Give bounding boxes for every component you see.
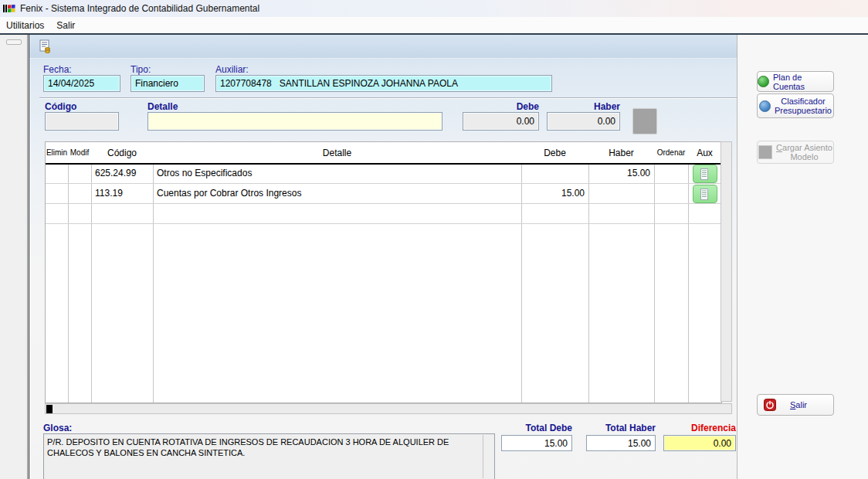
row-detalle: Otros no Especificados <box>153 163 521 183</box>
salir-button[interactable]: Salir <box>757 394 834 416</box>
green-sphere-icon <box>758 76 769 87</box>
row-haber <box>588 183 654 203</box>
haber-value: 0.00 <box>598 116 615 127</box>
codigo-label: Código <box>45 101 76 112</box>
diferencia-field: 0.00 <box>663 435 736 451</box>
clasificador-label-line2: Presupuestario <box>775 106 832 115</box>
debe-label: Debe <box>463 101 539 112</box>
separator-line <box>39 97 737 99</box>
plan-de-cuentas-button[interactable]: Plan de Cuentas <box>757 71 834 92</box>
row-codigo: 625.24.99 <box>91 163 153 183</box>
menu-salir[interactable]: Salir <box>50 19 81 32</box>
power-icon <box>764 399 776 411</box>
row-codigo: 113.19 <box>91 183 153 203</box>
row-divider <box>46 223 721 224</box>
plan-de-cuentas-label: Plan de Cuentas <box>773 73 833 91</box>
tipo-value: Financiero <box>135 78 178 89</box>
header-aux[interactable]: Aux <box>688 142 721 163</box>
add-row-button[interactable] <box>632 108 657 134</box>
table-horizontal-scrollbar[interactable] <box>45 403 732 414</box>
header-haber[interactable]: Haber <box>588 142 654 163</box>
glosa-label: Glosa: <box>43 423 72 433</box>
notepad-icon <box>700 189 710 200</box>
debe-value: 0.00 <box>517 116 534 127</box>
gray-square-icon <box>758 145 772 159</box>
diferencia-label: Diferencia <box>663 423 736 433</box>
left-panel-strip <box>0 35 28 479</box>
cargar-label-line2: Modelo <box>790 152 818 161</box>
glosa-input[interactable]: P/R. DEPOSITO EN CUENTA ROTATIVA DE INGR… <box>43 433 495 479</box>
header-detalle[interactable]: Detalle <box>153 142 521 163</box>
total-debe-label: Total Debe <box>501 423 572 433</box>
column-divider <box>68 142 69 403</box>
fecha-value: 14/04/2025 <box>48 78 94 89</box>
application-window: Fenix - Sistema Integrado de Contabilida… <box>0 0 868 479</box>
total-debe-value: 15.00 <box>544 438 568 449</box>
row-debe: 15.00 <box>521 183 588 203</box>
splitter-handle[interactable] <box>6 39 22 45</box>
glosa-scrollbar[interactable] <box>483 435 493 478</box>
detalle-label: Detalle <box>147 101 178 112</box>
glosa-value: P/R. DEPOSITO EN CUENTA ROTATIVA DE INGR… <box>47 437 449 457</box>
table-vertical-scrollbar[interactable] <box>721 141 732 402</box>
main-content: Fecha: 14/04/2025 Tipo: Financiero Auxil… <box>29 35 868 479</box>
scrollbar-thumb[interactable] <box>46 405 53 413</box>
auxiliar-label: Auxiliar: <box>215 64 249 75</box>
total-haber-field: 15.00 <box>586 435 656 451</box>
column-divider <box>688 142 689 403</box>
cargar-accel: C <box>776 143 782 152</box>
debe-input[interactable]: 0.00 <box>463 112 539 131</box>
menu-bar: Utilitarios Salir <box>0 17 868 35</box>
table-header-row: Elimin Modif Código Detalle Debe Haber O… <box>46 142 721 165</box>
clasificador-label-line1: Clasificador <box>781 97 825 106</box>
tipo-input[interactable]: Financiero <box>131 75 205 92</box>
total-haber-value: 15.00 <box>628 438 651 449</box>
auxiliar-value: 1207708478 SANTILLAN ESPINOZA JOHANNA PA… <box>220 78 458 89</box>
total-haber-label: Total Haber <box>586 423 656 433</box>
save-entry-button[interactable] <box>36 37 56 56</box>
blue-sphere-icon <box>759 100 771 112</box>
salir-label-rest: alir <box>795 400 807 409</box>
header-codigo[interactable]: Código <box>91 142 153 163</box>
window-title: Fenix - Sistema Integrado de Contabilida… <box>20 3 259 14</box>
haber-label: Haber <box>547 101 620 112</box>
clasificador-presupuestario-button[interactable]: Clasificador Presupuestario <box>757 93 834 118</box>
detalle-input[interactable] <box>147 112 442 131</box>
header-modif[interactable]: Modif <box>68 142 91 163</box>
total-debe-field: 15.00 <box>501 435 572 451</box>
entries-table: Elimin Modif Código Detalle Debe Haber O… <box>45 141 722 403</box>
row-divider <box>46 203 721 204</box>
menu-utilitarios[interactable]: Utilitarios <box>0 19 50 32</box>
row-debe <box>521 163 588 183</box>
header-debe[interactable]: Debe <box>521 142 588 163</box>
haber-input[interactable]: 0.00 <box>547 112 620 131</box>
header-elimin[interactable]: Elimin <box>46 142 68 163</box>
notepad-icon <box>700 168 710 180</box>
aux-button[interactable] <box>693 185 717 203</box>
document-coins-icon <box>39 39 53 53</box>
row-detalle: Cuentas por Cobrar Otros Ingresos <box>153 183 521 203</box>
cargar-asiento-modelo-button: Cargar Asiento Modelo <box>757 141 834 164</box>
title-bar: Fenix - Sistema Integrado de Contabilida… <box>0 0 868 17</box>
fecha-label: Fecha: <box>43 64 72 75</box>
fecha-input[interactable]: 14/04/2025 <box>43 75 120 92</box>
app-icon <box>3 2 15 15</box>
column-divider <box>654 142 655 403</box>
cargar-label-rest: argar Asiento <box>782 143 832 152</box>
side-panel: Plan de Cuentas Clasificador Presupuesta… <box>737 35 868 479</box>
tipo-label: Tipo: <box>131 64 151 75</box>
aux-button[interactable] <box>693 165 717 183</box>
header-ordenar[interactable]: Ordenar <box>654 142 688 163</box>
row-haber: 15.00 <box>588 163 654 183</box>
toolbar <box>29 35 737 59</box>
auxiliar-input[interactable]: 1207708478 SANTILLAN ESPINOZA JOHANNA PA… <box>215 75 552 92</box>
diferencia-value: 0.00 <box>714 438 731 449</box>
codigo-input[interactable] <box>45 112 119 131</box>
